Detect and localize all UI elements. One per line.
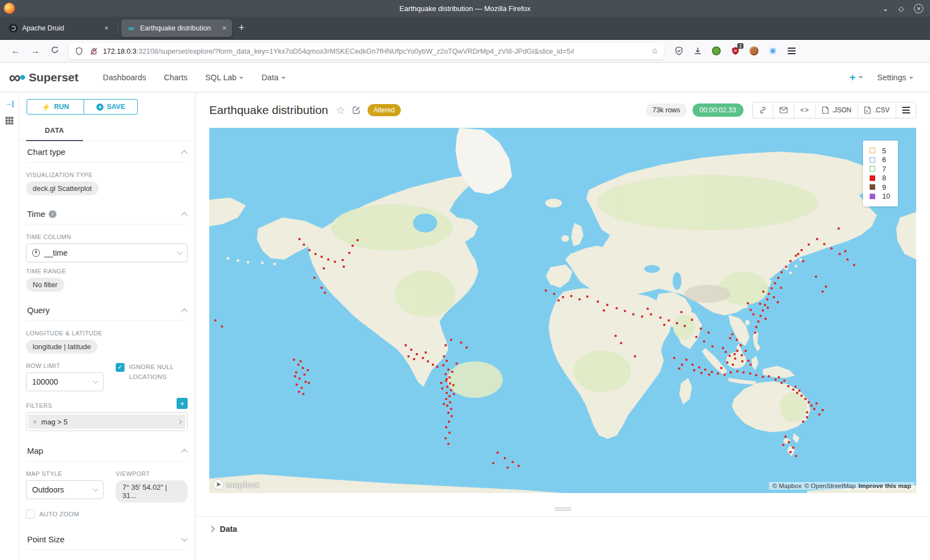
- earthquake-point: [788, 441, 790, 443]
- earthquake-point: [680, 311, 683, 313]
- forward-button[interactable]: →: [25, 46, 45, 56]
- tab-data[interactable]: DATA: [26, 122, 83, 141]
- earthquake-point: [768, 293, 770, 295]
- superset-logo[interactable]: ∞• Superset: [9, 68, 79, 87]
- nav-charts[interactable]: Charts: [155, 73, 197, 82]
- legend-row[interactable]: 10: [870, 192, 890, 201]
- settings-menu[interactable]: Settings: [877, 73, 913, 82]
- earthquake-point: [781, 271, 783, 273]
- time-column-select[interactable]: __time: [26, 243, 188, 262]
- filter-chip[interactable]: × mag > 5: [28, 414, 185, 429]
- row-limit-select[interactable]: 100000: [26, 372, 104, 391]
- viewport-value[interactable]: 7° 35' 54.02" | 31...: [116, 480, 188, 502]
- legend-row[interactable]: 5: [870, 146, 890, 155]
- earthquake-point: [741, 360, 743, 362]
- deckgl-scatterplot-map[interactable]: 5678910 ➤ mapbox © Mapbox © OpenStreetMa…: [209, 128, 916, 493]
- time-range-value[interactable]: No filter: [26, 278, 64, 292]
- resize-drag-handle[interactable]: [555, 507, 571, 511]
- earthquake-point: [816, 238, 818, 240]
- section-query[interactable]: Query: [26, 299, 188, 321]
- section-time[interactable]: Timei: [26, 203, 188, 225]
- legend-row[interactable]: 7: [870, 164, 890, 174]
- pocket-shield-icon[interactable]: [674, 46, 684, 56]
- extension-monkey-icon[interactable]: [711, 46, 721, 56]
- chevron-right-icon: [177, 419, 182, 424]
- snowflake-extension-icon[interactable]: ✳: [768, 46, 778, 56]
- file-icon: [822, 106, 829, 114]
- earthquake-point: [725, 351, 727, 353]
- section-point-size[interactable]: Point Size: [26, 528, 188, 550]
- remove-filter-icon[interactable]: ×: [33, 418, 37, 426]
- attribution-improve-link[interactable]: Improve this map: [859, 483, 911, 489]
- checkbox-empty-icon[interactable]: [26, 510, 35, 518]
- new-tab-button[interactable]: +: [239, 22, 245, 34]
- nav-data[interactable]: Data: [252, 73, 294, 82]
- collapse-panel-icon[interactable]: →|: [4, 99, 14, 107]
- reload-button[interactable]: [45, 46, 64, 56]
- altered-badge[interactable]: Altered: [368, 104, 401, 116]
- menu-hamburger-icon[interactable]: [787, 46, 797, 56]
- nav-sql-lab[interactable]: SQL Lab: [197, 73, 253, 82]
- datasource-grid-icon[interactable]: [5, 116, 14, 125]
- earthquake-point: [647, 308, 649, 310]
- window-minimize-button[interactable]: ⌄: [882, 4, 888, 13]
- favorite-star-icon[interactable]: ☆: [336, 104, 345, 117]
- export-csv-button[interactable]: .CSV: [857, 102, 896, 118]
- legend-label: 8: [882, 174, 886, 182]
- bookmark-star-icon[interactable]: ☆: [651, 46, 658, 55]
- earthquake-point: [749, 372, 751, 375]
- earthquake-point: [711, 371, 713, 373]
- nav-dashboards[interactable]: Dashboards: [94, 73, 155, 82]
- legend-row[interactable]: 8: [870, 174, 890, 183]
- tab-earthquake-distribution[interactable]: ∞ Earthquake distribution ×: [121, 19, 232, 37]
- chart-menu-button[interactable]: [896, 102, 916, 118]
- cookie-extension-icon[interactable]: [749, 46, 759, 56]
- add-new-button[interactable]: +: [849, 71, 862, 84]
- insecure-padlock-icon[interactable]: [89, 46, 99, 56]
- auto-zoom-checkbox-row[interactable]: AUTO ZOOM: [26, 509, 188, 518]
- legend-row[interactable]: 9: [870, 183, 890, 192]
- earthquake-point: [448, 432, 451, 434]
- extension-badge: 2: [737, 43, 743, 49]
- earthquake-point: [818, 413, 820, 416]
- checkbox-checked-icon[interactable]: ✓: [116, 363, 125, 372]
- tab-close-icon[interactable]: ×: [104, 24, 108, 32]
- add-filter-button[interactable]: +: [177, 398, 188, 409]
- earthquake-point: [321, 287, 323, 289]
- window-restore-button[interactable]: ◇: [898, 4, 904, 13]
- tracking-shield-icon[interactable]: [74, 46, 84, 56]
- tab-apache-druid[interactable]: Apache Druid ×: [3, 19, 114, 37]
- embed-code-button[interactable]: <>: [794, 102, 815, 118]
- ublock-shield-icon[interactable]: 2: [730, 46, 740, 56]
- ignore-null-checkbox-row[interactable]: ✓ IGNORE NULL LOCATIONS: [116, 362, 188, 391]
- earthquake-point: [757, 320, 760, 323]
- legend-row[interactable]: 6: [870, 155, 890, 165]
- tab-close-icon[interactable]: ×: [222, 24, 226, 32]
- lonlat-value[interactable]: longitude | latitude: [26, 340, 97, 354]
- section-chart-type[interactable]: Chart type: [26, 141, 188, 163]
- attribution-osm[interactable]: © OpenStreetMap: [804, 483, 856, 489]
- viz-type-value[interactable]: deck.gl Scatterplot: [26, 182, 99, 195]
- run-button[interactable]: ⚡RUN: [27, 99, 84, 115]
- save-button[interactable]: +SAVE: [84, 99, 138, 115]
- earthquake-point: [806, 411, 808, 413]
- section-map[interactable]: Map: [26, 440, 188, 462]
- map-style-select[interactable]: Outdoors: [26, 480, 104, 499]
- earthquake-point: [447, 412, 450, 414]
- back-button[interactable]: ←: [6, 46, 25, 56]
- mapbox-logo[interactable]: ➤ mapbox: [213, 479, 260, 490]
- attribution-mapbox[interactable]: © Mapbox: [772, 483, 802, 489]
- downloads-icon[interactable]: [693, 46, 702, 56]
- window-close-button[interactable]: ×: [914, 4, 923, 13]
- url-bar[interactable]: 172.18.0.3:32108/superset/explore/?form_…: [69, 43, 664, 59]
- email-button[interactable]: [773, 102, 794, 118]
- earthquake-point: [348, 252, 350, 254]
- earthquake-point: [446, 392, 448, 394]
- data-results-collapse[interactable]: Data: [195, 516, 930, 533]
- earthquake-point: [773, 296, 775, 298]
- copy-link-button[interactable]: [753, 102, 773, 118]
- edit-properties-icon[interactable]: [352, 106, 361, 115]
- export-json-button[interactable]: .JSON: [815, 102, 857, 118]
- map-attribution: © Mapbox © OpenStreetMap Improve this ma…: [769, 482, 914, 490]
- earthquake-point: [759, 303, 761, 305]
